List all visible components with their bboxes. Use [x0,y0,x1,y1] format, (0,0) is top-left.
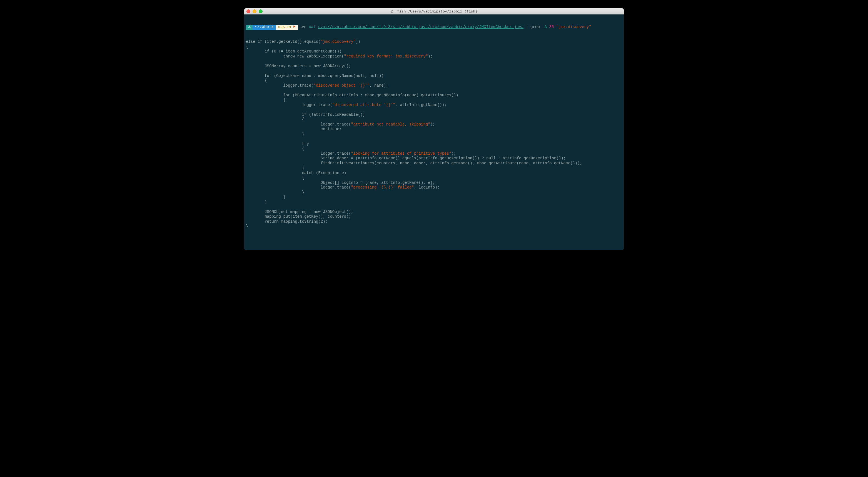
cmd-cat: cat [309,25,316,29]
terminal-body[interactable]: ⚓~/zabbixmaster⚑svn cat svn://svn.zabbix… [244,14,624,250]
prompt-path: ~/zabbix [253,25,276,30]
cmd-pattern: "jmx.discovery" [556,25,591,29]
cmd-url: svn://svn.zabbix.com/tags/1.9.3/src/zabb… [318,25,524,29]
flag-icon: ⚑ [293,25,296,30]
window-controls [246,9,262,13]
branch-name: master [278,25,292,30]
command-line: svn cat svn://svn.zabbix.com/tags/1.9.3/… [300,25,591,30]
cmd-svn: svn [300,25,307,29]
prompt-line: ⚓~/zabbixmaster⚑svn cat svn://svn.zabbix… [246,25,622,30]
cmd-grep: grep [530,25,540,29]
prompt-branch: master⚑ [276,25,298,30]
zoom-icon[interactable] [259,9,262,13]
cmd-num: 35 [549,25,554,29]
close-icon[interactable] [246,9,250,13]
cmd-pipe: | [526,25,528,29]
titlebar[interactable]: 2. fish /Users/vadimipatov/zabbix (fish) [244,8,624,14]
window-title: 2. fish /Users/vadimipatov/zabbix (fish) [244,9,624,13]
cmd-opt: -A [542,25,547,29]
terminal-window: 2. fish /Users/vadimipatov/zabbix (fish)… [244,8,624,250]
prompt-anchor-icon: ⚓ [246,25,253,30]
minimize-icon[interactable] [253,9,256,13]
terminal-output: else if (item.getKeyId().equals("jmx.dis… [246,39,622,229]
